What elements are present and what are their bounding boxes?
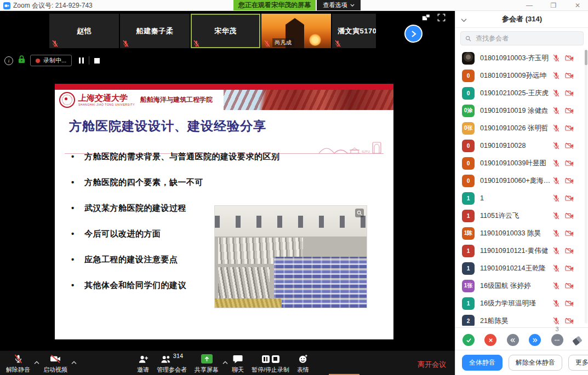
more-reactions-button[interactable]: 3 (551, 334, 563, 346)
video-off-icon[interactable] (565, 177, 574, 184)
watching-share-banner: 您正在观看宋华茂的屏幕 (233, 0, 316, 10)
invite-button[interactable]: 邀请 (133, 351, 153, 374)
participant-row[interactable]: 1 119010910214王乾隆 (455, 259, 588, 277)
muted-mic-icon[interactable] (552, 142, 560, 149)
participant-row[interactable]: 0张 019010910026 张明哲 (455, 119, 588, 137)
video-off-icon[interactable] (565, 317, 574, 325)
pause-icon[interactable] (262, 355, 270, 363)
video-off-icon[interactable] (565, 247, 574, 255)
participant-name: 019010910039叶昱图 (480, 159, 552, 168)
participant-row[interactable]: 1 119010910121-黄伟健 (455, 242, 588, 259)
video-off-icon[interactable] (565, 107, 574, 114)
video-tile[interactable]: 赵恺 (49, 14, 119, 48)
muted-mic-icon[interactable] (552, 212, 560, 220)
muted-mic-icon[interactable] (552, 177, 560, 184)
video-off-icon[interactable] (565, 282, 574, 290)
scrollbar[interactable] (585, 50, 587, 324)
video-off-icon[interactable] (565, 229, 574, 237)
participant-row[interactable]: 0 019010910039叶昱图 (455, 154, 588, 172)
photo-yellow-strip (215, 298, 282, 308)
muted-mic-icon[interactable] (552, 124, 560, 132)
muted-mic-icon[interactable] (552, 229, 560, 237)
close-button[interactable]: ✕ (572, 2, 584, 9)
video-tile[interactable]: 潘文寅5170219... (332, 14, 376, 48)
scrollbar-thumb[interactable] (585, 50, 587, 65)
muted-mic-icon[interactable] (552, 89, 560, 97)
more-button[interactable]: 更多 (568, 355, 588, 371)
video-tile[interactable]: 宋华茂 (191, 14, 260, 48)
video-off-icon[interactable] (565, 142, 574, 149)
info-icon[interactable]: i (4, 56, 13, 65)
participant-row[interactable]: 1 11051许云飞 (455, 207, 588, 224)
video-off-icon[interactable] (565, 72, 574, 79)
muted-mic-icon[interactable] (552, 159, 560, 167)
video-options-chevron[interactable] (71, 357, 77, 374)
video-off-icon[interactable] (565, 159, 574, 167)
muted-mic-icon[interactable] (552, 282, 560, 290)
participant-row[interactable]: 0 019010910028 (455, 137, 588, 154)
stop-recording-button[interactable] (94, 58, 100, 64)
yes-reaction-button[interactable] (463, 334, 475, 346)
panel-collapse-chevron[interactable] (461, 16, 467, 24)
participant-row[interactable]: 0 019010210025-王庆虎 (455, 84, 588, 102)
view-options-button[interactable]: 查看选项 (317, 0, 361, 10)
muted-mic-icon[interactable] (552, 317, 560, 325)
video-off-icon[interactable] (565, 194, 574, 202)
magnifier-icon[interactable] (355, 209, 364, 217)
participant-row[interactable]: 018010910003-齐玉明 (455, 49, 588, 67)
next-videos-button[interactable] (404, 25, 423, 43)
unmute-button[interactable]: 解除静音 (2, 351, 34, 374)
stop-icon[interactable] (272, 355, 279, 363)
start-video-button[interactable]: 启动视频 (39, 351, 71, 374)
mute-all-button[interactable]: 全体静音 (462, 355, 503, 371)
participant-row[interactable]: 1 1 (455, 189, 588, 207)
university-name-en: SHANGHAI JIAO TONG UNIVERSITY (78, 103, 135, 106)
go-faster-button[interactable] (529, 334, 541, 346)
video-off-icon[interactable] (565, 264, 574, 272)
participant-row[interactable]: 2 21船陈昊 (455, 312, 588, 326)
reactions-button[interactable]: 表情 (293, 351, 313, 374)
video-off-icon[interactable] (565, 54, 574, 62)
share-screen-button[interactable]: 共享屏幕 (191, 351, 222, 374)
gallery-view-icon[interactable] (422, 14, 430, 21)
muted-mic-icon[interactable] (552, 247, 560, 255)
no-reaction-button[interactable] (484, 334, 496, 346)
search-input[interactable] (475, 34, 579, 43)
share-options-chevron[interactable] (222, 357, 228, 374)
participant-row[interactable]: 1 16级力学班温明瑾 (455, 295, 588, 312)
muted-mic-icon[interactable] (552, 299, 560, 307)
manage-participants-button[interactable]: 314 管理参会者 (153, 351, 191, 374)
video-off-icon[interactable] (565, 124, 574, 132)
fullscreen-icon[interactable] (437, 14, 446, 21)
avatar: 1张 (462, 280, 475, 292)
search-box[interactable] (460, 31, 584, 45)
chat-button[interactable]: 聊天 (228, 351, 248, 374)
start-video-label: 启动视频 (43, 366, 67, 374)
unmute-label: 解除静音 (6, 366, 30, 374)
participant-row[interactable]: 1张 16级国航 张婷婷 (455, 277, 588, 295)
restore-button[interactable]: ❐ (547, 2, 560, 9)
leave-meeting-button[interactable]: 离开会议 (418, 360, 446, 370)
video-off-icon[interactable] (565, 212, 574, 220)
participant-name: 21船陈昊 (480, 316, 552, 326)
muted-mic-icon[interactable] (552, 54, 560, 62)
unmute-all-button[interactable]: 解除全体静音 (509, 355, 562, 371)
mic-options-chevron[interactable] (34, 357, 39, 374)
muted-mic-icon[interactable] (552, 72, 560, 79)
video-tile[interactable]: 船建秦子柔 (120, 14, 190, 48)
video-off-icon[interactable] (565, 89, 574, 97)
participant-row[interactable]: 1陈 119010910033 陈昊 (455, 224, 588, 242)
muted-mic-icon[interactable] (552, 194, 560, 202)
pause-stop-recording-button[interactable]: 暂停/停止录制 (248, 351, 293, 374)
video-off-icon[interactable] (565, 299, 574, 307)
participant-row[interactable]: 0涂 019010910019 涂健垚 (455, 102, 588, 119)
video-tile[interactable]: 尚凡成 (261, 14, 331, 48)
participant-row[interactable]: 0 019010910060+庞海祥+船建学... (455, 172, 588, 189)
go-slower-button[interactable] (507, 334, 519, 346)
muted-mic-icon[interactable] (552, 107, 560, 114)
muted-mic-icon[interactable] (552, 264, 560, 272)
pause-recording-button[interactable] (79, 57, 84, 64)
clear-reactions-eraser-icon[interactable] (572, 336, 583, 346)
participant-row[interactable]: 0 018010910009孙远坤 (455, 67, 588, 84)
minimize-button[interactable]: — (523, 2, 535, 9)
